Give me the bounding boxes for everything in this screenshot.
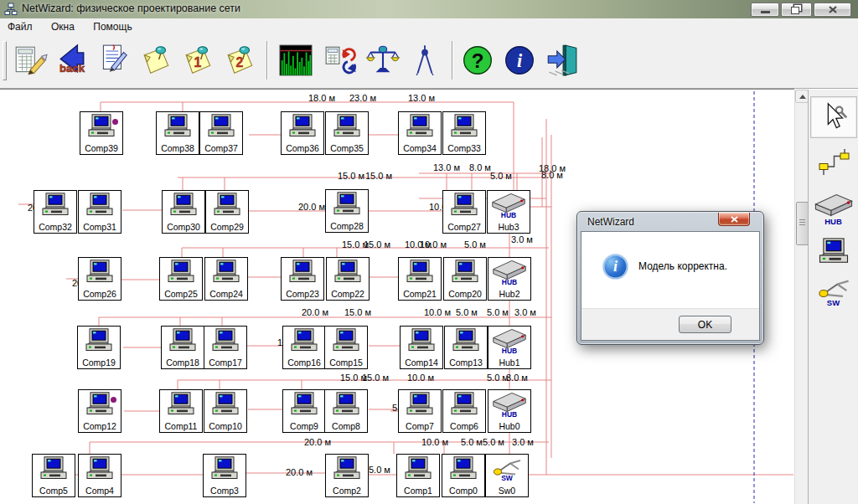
scroll-up-button[interactable] — [795, 90, 809, 103]
node-label: Comp5 — [33, 486, 75, 496]
network-node-comp18[interactable]: Comp18 — [161, 326, 204, 369]
note-icon — [138, 43, 173, 78]
network-node-comp29[interactable]: Comp29 — [205, 190, 249, 234]
hub-glyph: HUB — [488, 411, 530, 418]
note-button[interactable] — [137, 39, 174, 81]
dialog-ok-button[interactable]: OK — [679, 316, 731, 333]
network-node-comp38[interactable]: Comp38 — [156, 111, 199, 155]
toolbar-grip[interactable] — [3, 41, 7, 80]
network-node-comp12[interactable]: Comp12 — [78, 389, 121, 433]
network-node-comp1[interactable]: Comp1 — [396, 454, 440, 497]
note-2-button[interactable]: 2 — [221, 39, 258, 81]
network-node-comp6[interactable]: Comp6 — [442, 389, 486, 433]
close-button[interactable] — [814, 3, 851, 17]
network-node-hub3[interactable]: HUBHub3 — [487, 190, 530, 234]
network-node-comp28[interactable]: Comp28 — [325, 189, 369, 233]
dialog-close-button[interactable] — [718, 213, 750, 226]
minimize-icon — [761, 11, 770, 13]
hub-glyph: HUB — [488, 279, 530, 285]
computer-icon — [447, 114, 481, 137]
computer-icon — [210, 193, 244, 216]
node-label: Hub3 — [488, 223, 530, 232]
compare-button[interactable] — [364, 39, 401, 81]
network-node-comp2[interactable]: Comp2 — [325, 454, 369, 497]
network-node-comp26[interactable]: Comp26 — [78, 257, 121, 301]
tool-select-button[interactable] — [810, 96, 857, 138]
network-node-comp30[interactable]: Comp30 — [162, 190, 205, 234]
computer-icon — [403, 260, 437, 283]
network-node-comp10[interactable]: Comp10 — [204, 389, 247, 433]
scrollbar-thumb[interactable] — [796, 202, 809, 245]
network-node-comp39[interactable]: Comp39 — [80, 111, 123, 155]
palette-tools: HUBSW — [810, 96, 856, 316]
network-node-comp4[interactable]: Comp4 — [78, 454, 121, 497]
network-node-comp22[interactable]: Comp22 — [326, 257, 370, 301]
network-node-comp31[interactable]: Comp31 — [78, 190, 121, 234]
network-node-comp14[interactable]: Comp14 — [400, 326, 443, 369]
computer-icon — [161, 114, 194, 137]
network-node-comp21[interactable]: Comp21 — [398, 257, 442, 301]
computer-icon — [449, 328, 483, 352]
spectrum-button[interactable] — [274, 39, 318, 81]
toolbar-buttons: back12?i — [12, 39, 585, 81]
network-node-comp35[interactable]: Comp35 — [325, 111, 369, 155]
about-button[interactable]: i — [501, 39, 538, 81]
back-button[interactable]: back — [54, 39, 90, 81]
network-node-comp15[interactable]: Comp15 — [324, 326, 368, 369]
node-label: Hub2 — [488, 290, 530, 299]
network-node-comp34[interactable]: Comp34 — [398, 111, 442, 155]
edit-document-button[interactable] — [96, 39, 132, 81]
network-node-sw0[interactable]: SWSw0 — [485, 454, 529, 497]
restore-button[interactable] — [781, 3, 812, 17]
model-calc-button[interactable] — [12, 39, 49, 81]
network-node-comp20[interactable]: Comp20 — [443, 257, 487, 301]
window-title: NetWizard: физическое проектирование сет… — [22, 3, 240, 14]
help-icon: ? — [460, 43, 495, 78]
dialog-footer: OK — [581, 308, 759, 340]
network-node-comp13[interactable]: Comp13 — [444, 326, 488, 369]
tool-hub-button[interactable]: HUB — [811, 190, 856, 229]
network-node-comp32[interactable]: Comp32 — [34, 190, 77, 234]
network-node-comp33[interactable]: Comp33 — [442, 111, 486, 155]
network-node-comp0[interactable]: Comp0 — [442, 454, 485, 497]
recalculate-button[interactable] — [323, 39, 359, 81]
measure-button[interactable] — [406, 39, 443, 81]
note-1-button[interactable]: 1 — [179, 39, 216, 81]
compare-icon — [365, 43, 401, 78]
tool-cable-button[interactable] — [811, 144, 856, 184]
network-node-comp37[interactable]: Comp37 — [199, 111, 243, 155]
node-label: Comp19 — [78, 358, 120, 368]
network-node-hub0[interactable]: HUBHub0 — [488, 389, 531, 433]
tool-computer-button[interactable] — [811, 234, 856, 270]
network-node-comp24[interactable]: Comp24 — [204, 257, 248, 301]
computer-icon — [204, 114, 238, 137]
network-node-comp17[interactable]: Comp17 — [204, 326, 247, 369]
help-button[interactable]: ? — [459, 39, 496, 81]
window-titlebar[interactable]: NetWizard: физическое проектирование сет… — [0, 0, 858, 19]
network-node-comp19[interactable]: Comp19 — [77, 326, 121, 369]
network-node-hub1[interactable]: HUBHub1 — [488, 326, 531, 369]
tool-switch-button[interactable]: SW — [811, 276, 856, 310]
vertical-scrollbar[interactable] — [794, 90, 809, 504]
exit-button[interactable] — [543, 39, 580, 81]
network-node-comp3[interactable]: Comp3 — [203, 454, 246, 497]
menu-windows[interactable]: Окна — [44, 18, 82, 33]
network-node-comp5[interactable]: Comp5 — [32, 454, 75, 497]
computer-icon — [166, 328, 199, 352]
network-node-comp36[interactable]: Comp36 — [281, 111, 324, 155]
menu-help[interactable]: Помощь — [85, 18, 139, 33]
network-node-comp27[interactable]: Comp27 — [442, 190, 486, 234]
network-node-comp16[interactable]: Comp16 — [282, 326, 326, 369]
computer-icon — [403, 392, 437, 415]
network-node-hub2[interactable]: HUBHub2 — [488, 257, 531, 301]
network-node-comp7[interactable]: Comp7 — [398, 389, 442, 433]
menu-file[interactable]: Файл — [0, 18, 40, 33]
computer-icon — [83, 193, 116, 216]
network-node-comp25[interactable]: Comp25 — [159, 257, 203, 301]
network-node-comp11[interactable]: Comp11 — [159, 389, 203, 433]
minimize-button[interactable] — [751, 3, 779, 17]
network-node-comp9[interactable]: Comp9 — [282, 389, 326, 433]
network-node-comp8[interactable]: Comp8 — [324, 389, 368, 433]
network-node-comp23[interactable]: Comp23 — [281, 257, 324, 301]
computer-icon — [209, 392, 242, 415]
